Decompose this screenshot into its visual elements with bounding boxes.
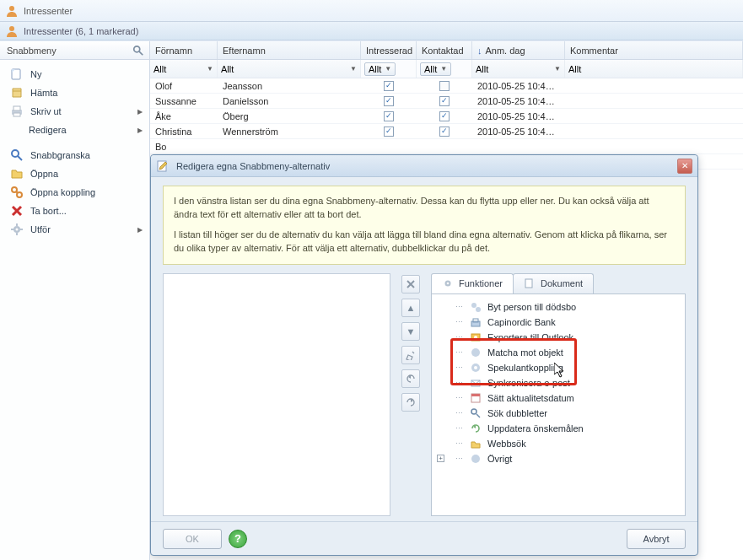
svg-rect-29 <box>525 279 532 288</box>
ok-button[interactable]: OK <box>163 529 222 549</box>
filter-intresserad[interactable]: Allt▼ <box>361 60 417 78</box>
tree-item[interactable]: ⋯Webbsök <box>435 436 681 451</box>
sidebar-item-utfor[interactable]: Utför ▶ <box>0 220 149 239</box>
close-button[interactable]: ✕ <box>677 159 692 174</box>
rename-button[interactable] <box>401 346 420 364</box>
tree-item-label: Sätt aktualitetsdatum <box>487 393 574 403</box>
tree-item[interactable]: ⋯Exportera till Outlook <box>435 330 681 345</box>
dialog-title: Redigera egna Snabbmeny-alternativ <box>176 161 330 171</box>
col-header-fornamn[interactable]: Förnamn <box>150 41 218 59</box>
filter-efternamn[interactable]: Allt▼ <box>218 60 361 78</box>
dialog-left-list[interactable] <box>163 273 390 516</box>
redo-button[interactable] <box>401 393 420 412</box>
fetch-icon <box>10 86 24 100</box>
chevron-down-icon[interactable]: ▼ <box>350 65 357 73</box>
sidebar-item-snabbgranska[interactable]: Snabbgranska <box>0 146 149 164</box>
tree-item[interactable]: ⋯Övrigt <box>435 451 681 466</box>
open-folder-icon <box>10 167 24 180</box>
expander-icon[interactable]: + <box>437 455 444 462</box>
svg-point-38 <box>474 366 477 369</box>
col-header-kontaktad[interactable]: Kontaktad <box>417 41 472 59</box>
table-row[interactable]: SussanneDanielsson2010-05-25 10:4… <box>150 94 743 109</box>
cancel-button[interactable]: Avbryt <box>627 529 686 549</box>
tree-item[interactable]: ⋯Uppdatera önskemålen <box>435 421 681 436</box>
svg-point-31 <box>476 307 481 312</box>
filter-kontaktad[interactable]: Allt▼ <box>417 60 472 78</box>
tree-item[interactable]: ⋯Capinordic Bank <box>435 315 681 330</box>
checkbox-icon <box>439 81 450 91</box>
tree-connector-icon: ⋯ <box>454 348 464 357</box>
col-header-intresserad[interactable]: Intresserad <box>361 41 417 59</box>
help-button[interactable]: ? <box>229 530 247 548</box>
tree-connector-icon: ⋯ <box>454 318 464 326</box>
svg-rect-41 <box>471 394 480 396</box>
table-row[interactable]: ChristinaWennerström2010-05-25 10:4… <box>150 124 743 139</box>
svg-point-36 <box>471 348 480 357</box>
tree-item[interactable]: ⋯Sätt aktualitetsdatum <box>435 390 681 406</box>
tree-item[interactable]: ⋯Spekulantkoppling <box>435 360 681 375</box>
sidebar-item-skrivut[interactable]: Skriv ut ▶ <box>0 102 149 121</box>
tree-item-icon <box>469 391 482 405</box>
tab-dokument[interactable]: Dokument <box>513 273 594 293</box>
svg-point-2 <box>134 46 140 51</box>
chevron-down-icon[interactable]: ▼ <box>207 65 213 73</box>
checkbox-icon <box>439 127 450 137</box>
sidebar-item-ny[interactable]: Ny <box>0 65 149 83</box>
tree-connector-icon: ⋯ <box>454 333 464 342</box>
table-row[interactable]: OlofJeansson2010-05-25 10:4… <box>150 78 743 94</box>
tab-label: Funktioner <box>459 278 503 288</box>
col-header-kommentar[interactable]: Kommentar <box>565 41 743 59</box>
svg-point-17 <box>16 229 19 231</box>
sidebar-item-hamta[interactable]: Hämta <box>0 83 149 102</box>
sidebar-tab[interactable]: Snabbmeny <box>0 41 149 60</box>
sort-desc-icon: ↓ <box>477 46 482 56</box>
filter-anmdag[interactable]: Allt▼ <box>472 60 565 78</box>
tree-item[interactable]: ⋯Matcha mot objekt <box>435 345 681 360</box>
tree-connector-icon: ⋯ <box>454 409 464 417</box>
tree-connector-icon: ⋯ <box>454 363 464 372</box>
table-row[interactable]: ÅkeÖberg2010-05-25 10:4… <box>150 109 743 124</box>
filter-fornamn[interactable]: Allt▼ <box>150 60 218 78</box>
search-icon[interactable] <box>132 45 144 57</box>
sidebar-item-tabort[interactable]: Ta bort... <box>0 202 149 220</box>
checkbox-icon <box>439 111 450 121</box>
tab-funktioner[interactable]: Funktioner <box>431 273 514 293</box>
svg-point-1 <box>9 26 14 31</box>
sidebar: Snabbmeny Ny Hämta Skriv ut ▶ Redigera ▶ <box>0 41 150 560</box>
chevron-down-icon[interactable]: ▼ <box>554 65 561 73</box>
sidebar-item-oppnakoppling[interactable]: Öppna koppling <box>0 183 149 202</box>
main-grid: Förnamn Efternamn Intresserad Kontaktad … <box>150 41 743 560</box>
tree-connector-icon: ⋯ <box>454 439 464 448</box>
window-titlebar: Intressenter <box>0 0 743 22</box>
tree-item-icon <box>469 300 482 314</box>
delete-icon <box>10 204 24 218</box>
tree-item[interactable]: ⋯Sök dubbletter <box>435 406 681 421</box>
dialog-footer: OK ? Avbryt <box>151 521 697 555</box>
tree-connector-icon: ⋯ <box>454 394 464 402</box>
svg-rect-7 <box>13 106 20 110</box>
tree-item[interactable]: ⋯Synkronisera e-post <box>435 375 681 390</box>
svg-point-42 <box>471 409 476 414</box>
undo-button[interactable] <box>401 369 420 388</box>
gear-icon <box>10 223 24 236</box>
table-row[interactable]: Bo <box>150 139 743 154</box>
svg-point-30 <box>471 303 476 308</box>
tree-item[interactable]: ⋯Byt person till dödsbo <box>435 299 681 315</box>
sidebar-list: Ny Hämta Skriv ut ▶ Redigera ▶ Snabbgran… <box>0 60 149 244</box>
move-down-button[interactable]: ▼ <box>401 322 420 341</box>
col-header-anmdag[interactable]: ↓Anm. dag <box>472 41 565 59</box>
move-up-button[interactable]: ▲ <box>401 299 420 317</box>
tree-item-label: Matcha mot objekt <box>487 347 563 358</box>
sidebar-item-oppna[interactable]: Öppna <box>0 164 149 183</box>
dialog-titlebar[interactable]: Redigera egna Snabbmeny-alternativ ✕ <box>151 155 697 177</box>
sidebar-item-label: Skriv ut <box>30 106 62 116</box>
svg-point-45 <box>471 455 480 463</box>
sidebar-item-redigera[interactable]: Redigera ▶ <box>0 121 149 139</box>
col-header-efternamn[interactable]: Efternamn <box>218 41 361 59</box>
remove-button[interactable] <box>401 275 420 293</box>
tree-connector-icon: ⋯ <box>454 303 464 311</box>
filter-kommentar[interactable]: Allt <box>565 60 743 78</box>
svg-point-35 <box>474 336 477 339</box>
dialog-tree[interactable]: ⋯Byt person till dödsbo⋯Capinordic Bank⋯… <box>431 293 686 516</box>
svg-rect-8 <box>13 113 20 116</box>
